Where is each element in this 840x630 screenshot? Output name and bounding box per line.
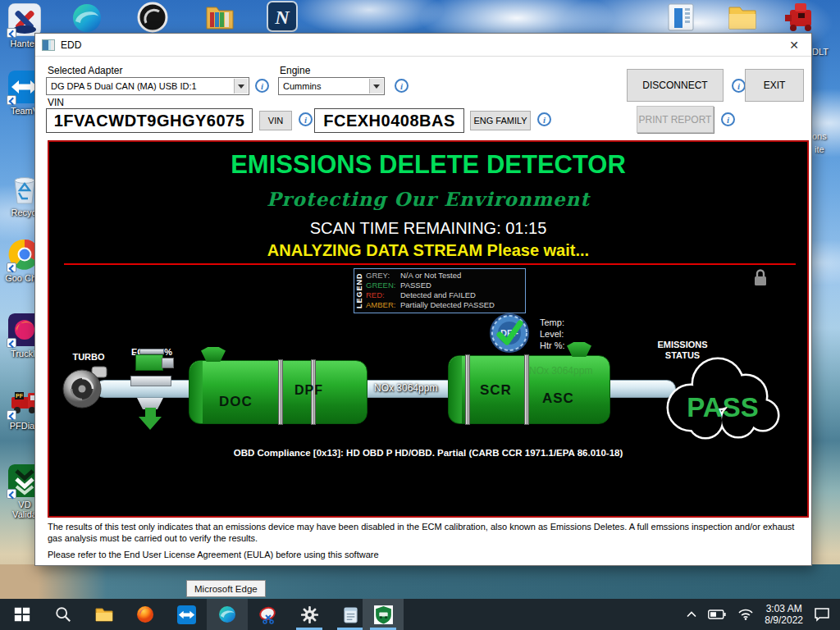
wallpaper-shore xyxy=(0,564,840,599)
desktop-icon-edge-top[interactable] xyxy=(64,2,110,34)
eng-family-field[interactable]: FCEXH0408BAS xyxy=(314,108,464,133)
taskbar-clock[interactable]: 3:03 AM 8/9/2022 xyxy=(760,603,808,626)
nox-mid-reading: NOx 3064ppm xyxy=(374,382,437,394)
hantek-icon xyxy=(8,3,41,36)
svg-text:N: N xyxy=(274,7,290,28)
legend-box: LEGEND GREY:N/A or Not Tested GREEN:PASS… xyxy=(354,268,526,313)
building-icon xyxy=(664,1,697,34)
adapter-value: DG DPA 5 Dual CAN (MA) USB ID:1 xyxy=(51,81,197,91)
legend-row: AMBER:Partially Detected PASSED xyxy=(366,300,525,310)
chevron-down-icon[interactable] xyxy=(369,79,383,94)
turbo-icon xyxy=(61,362,110,413)
red-engine-icon xyxy=(782,0,819,34)
vin-button[interactable]: VIN xyxy=(259,111,292,130)
notepad-icon xyxy=(341,605,360,624)
desktop-icon-cam-app[interactable] xyxy=(130,1,176,34)
taskbar: 3:03 AM 8/9/2022 xyxy=(0,599,840,630)
eng-family-button[interactable]: ENG FAMILY xyxy=(470,111,531,130)
edd-app-button[interactable] xyxy=(363,599,404,630)
vin-label: VIN xyxy=(48,97,64,108)
adapter-info-icon[interactable]: i xyxy=(255,79,269,93)
search-icon xyxy=(54,605,72,623)
teamviewer-button[interactable] xyxy=(166,599,207,630)
egr-valve-icon xyxy=(128,349,176,431)
scan-time-remaining: SCAN TIME REMAINING: 01:15 xyxy=(49,219,807,238)
snipping-tool-button[interactable] xyxy=(248,599,289,630)
dpf-label: DPF xyxy=(294,383,323,398)
tray-battery[interactable] xyxy=(702,599,732,630)
edge-icon xyxy=(71,2,103,34)
edge-button[interactable] xyxy=(207,599,248,630)
emissions-status-cloud: PASS xyxy=(658,349,784,442)
print-report-button[interactable]: PRINT REPORT xyxy=(637,106,714,133)
shortcut-arrow-icon xyxy=(7,338,16,348)
tray-chevron-up[interactable] xyxy=(681,599,702,630)
settings-button[interactable] xyxy=(289,599,330,630)
start-button[interactable] xyxy=(2,599,43,630)
action-center-button[interactable] xyxy=(808,599,840,630)
tray-wifi[interactable] xyxy=(732,599,760,630)
shortcut-arrow-icon xyxy=(7,262,16,272)
desktop-icon-folder[interactable] xyxy=(719,1,765,34)
file-explorer-button[interactable] xyxy=(84,599,125,630)
panel-title: EMISSIONS DELETE DETECTOR xyxy=(49,150,807,180)
desktop-icon-nexiq[interactable]: N xyxy=(259,0,305,33)
edd-window: EDD ✕ Selected Adapter DG DPA 5 Dual CAN… xyxy=(34,33,812,566)
tooltip-text: Microsoft Edge xyxy=(194,584,258,594)
scr-label: SCR xyxy=(480,382,512,399)
legend-row: GREEN:PASSED xyxy=(366,281,525,290)
desktop-icon-dlt-engine[interactable] xyxy=(778,0,824,34)
turbo-label: TURBO xyxy=(66,352,112,362)
level-readout: Level: xyxy=(540,328,565,340)
desktop-icon-label-dlt: DLT xyxy=(812,47,829,57)
shortcut-arrow-icon xyxy=(7,410,16,420)
def-badge-icon: DEF xyxy=(489,313,530,354)
adapter-select[interactable]: DG DPA 5 Dual CAN (MA) USB ID:1 xyxy=(46,77,249,95)
shortcut-arrow-icon xyxy=(7,489,16,499)
disconnect-info-icon[interactable]: i xyxy=(732,79,746,93)
snipping-tool-icon xyxy=(258,605,278,624)
search-button[interactable] xyxy=(43,599,84,630)
analyzing-status: ANALYZING DATA STREAM Please wait... xyxy=(49,241,807,260)
print-info-icon[interactable]: i xyxy=(721,112,735,126)
firefox-button[interactable] xyxy=(125,599,166,630)
outlet-cone xyxy=(567,342,591,357)
doc-dpf-unit: DOC DPF xyxy=(189,360,368,424)
divider-line xyxy=(64,263,796,265)
vin-info-icon[interactable]: i xyxy=(299,112,313,126)
clock-time: 3:03 AM xyxy=(765,603,803,614)
desktop-icon-label-fragment: ons xyxy=(812,131,827,141)
action-center-icon xyxy=(814,607,830,622)
chevron-down-icon[interactable] xyxy=(234,79,248,94)
teamviewer-icon xyxy=(177,605,196,624)
engine-label: Engine xyxy=(280,65,310,76)
gear-icon xyxy=(300,605,319,624)
legend-row: GREY:N/A or Not Tested xyxy=(366,271,525,281)
inlet-cone xyxy=(201,347,226,362)
legend-row: RED:Detected and FAILED xyxy=(366,290,525,300)
edge-icon xyxy=(217,605,237,624)
pass-result: PASS xyxy=(687,392,758,422)
exit-button[interactable]: EXIT xyxy=(745,69,804,102)
desktop-icon-label-fragment: ite xyxy=(815,144,824,154)
close-button[interactable]: ✕ xyxy=(783,35,805,55)
firefox-icon xyxy=(135,605,155,624)
vin-field[interactable]: 1FVACWDT9GHGY6075 xyxy=(46,108,253,133)
adapter-label: Selected Adapter xyxy=(48,65,122,76)
engine-info-icon[interactable]: i xyxy=(395,79,409,93)
titlebar[interactable]: EDD ✕ xyxy=(35,34,811,57)
panel-subtitle: Protecting Our Environment xyxy=(49,188,807,210)
desktop-icon-building-app[interactable] xyxy=(658,1,704,34)
desktop-icon-media-folder[interactable] xyxy=(197,1,243,34)
edd-shield-icon xyxy=(373,605,394,625)
htr-readout: Htr %: xyxy=(540,340,565,351)
engine-value: Cummins xyxy=(283,81,321,91)
engine-select[interactable]: Cummins xyxy=(278,77,385,95)
disconnect-button[interactable]: DISCONNECT xyxy=(627,69,724,102)
battery-icon xyxy=(708,609,726,619)
file-explorer-icon xyxy=(94,605,114,624)
eng-family-info-icon[interactable]: i xyxy=(537,112,551,126)
temp-readout: Temp: xyxy=(540,317,565,328)
app-icon xyxy=(42,39,55,51)
taskbar-tooltip: Microsoft Edge xyxy=(186,580,266,597)
